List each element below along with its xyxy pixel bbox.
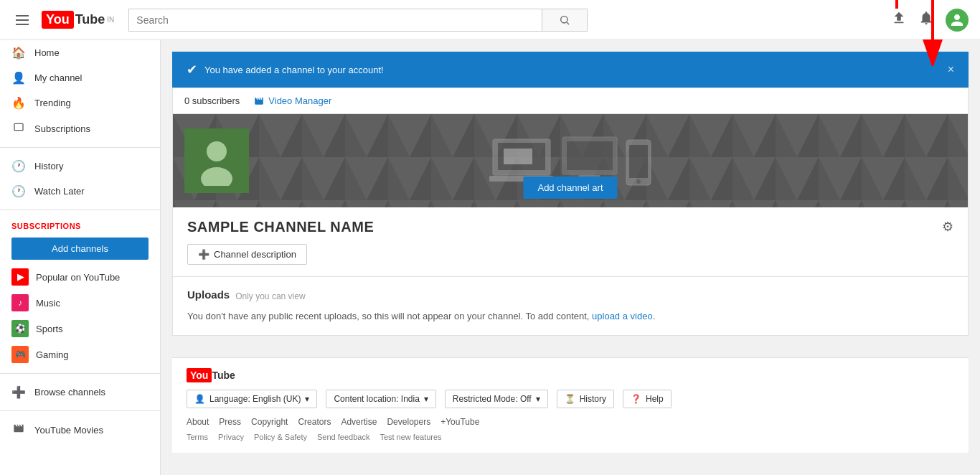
notification-left: ✔ You have added a channel to your accou…	[187, 62, 384, 77]
footer-logo-tube: Tube	[212, 370, 235, 381]
restricted-mode-label: Restricted Mode: Off	[453, 394, 532, 404]
add-channel-art-button[interactable]: Add channel art	[523, 177, 617, 199]
footer-link-press[interactable]: Press	[219, 417, 241, 427]
notifications-icon[interactable]	[918, 10, 934, 29]
channel-avatar	[184, 128, 249, 193]
sidebar-item-youtube-movies[interactable]: YouTube Movies	[0, 417, 160, 443]
footer-link-plus-youtube[interactable]: +YouTube	[440, 417, 479, 427]
footer-sub-links: Terms Privacy Policy & Safety Send feedb…	[187, 433, 954, 441]
sidebar-item-home[interactable]: 🏠 Home	[0, 40, 160, 65]
help-icon: ❓	[631, 394, 641, 404]
home-icon: 🏠	[11, 46, 26, 60]
youtube-movies-label: YouTube Movies	[34, 425, 103, 436]
notification-message: You have added a channel to your account…	[204, 65, 384, 75]
add-channels-button[interactable]: Add channels	[11, 238, 149, 260]
footer-link-developers[interactable]: Developers	[387, 417, 430, 427]
svg-rect-15	[504, 149, 532, 164]
footer-link-copyright[interactable]: Copyright	[251, 417, 288, 427]
uploads-section: Uploads Only you can view You don't have…	[173, 277, 968, 335]
channel-description-button[interactable]: ➕ Channel description	[187, 244, 307, 265]
gaming-icon: 🎮	[11, 346, 29, 363]
person-icon: 👤	[11, 71, 26, 85]
sub-item-gaming[interactable]: 🎮 Gaming	[0, 342, 160, 367]
logo-tube: Tube	[75, 12, 105, 27]
sidebar-item-browse-channels[interactable]: ➕ Browse channels	[0, 380, 160, 405]
sub-item-gaming-label: Gaming	[36, 349, 69, 360]
sidebar-item-watch-later[interactable]: 🕐 Watch Later	[0, 179, 160, 204]
avatar[interactable]	[946, 9, 969, 32]
svg-rect-22	[629, 145, 648, 178]
content-location-chevron-icon: ▾	[424, 394, 428, 404]
video-manager-link[interactable]: Video Manager	[254, 95, 331, 106]
search-bar	[128, 9, 588, 32]
footer-sub-link-terms[interactable]: Terms	[187, 433, 208, 441]
svg-point-11	[207, 141, 227, 161]
subscriptions-section-title: SUBSCRIPTIONS	[0, 216, 160, 233]
header-right	[891, 9, 969, 32]
sub-item-sports-label: Sports	[36, 324, 63, 334]
help-button[interactable]: ❓ Help	[623, 390, 672, 408]
footer-controls: 👤 Language: English (UK) ▾ Content locat…	[187, 390, 954, 408]
hamburger-menu[interactable]	[11, 11, 33, 29]
watch-later-icon: 🕐	[11, 184, 26, 198]
sub-item-popular[interactable]: ▶ Popular on YouTube	[0, 264, 160, 290]
sidebar-item-subscriptions[interactable]: Subscriptions	[0, 116, 160, 141]
upload-icon[interactable]	[891, 10, 907, 29]
footer-logo-yt: You	[187, 368, 212, 382]
sidebar-divider-3	[0, 373, 160, 374]
search-input[interactable]	[128, 9, 542, 32]
history-footer-icon: ⏳	[565, 394, 575, 404]
youtube-logo[interactable]: YouTubeIN	[42, 11, 114, 29]
avatar-icon	[195, 136, 238, 186]
uploads-description: You don't have any public recent uploads…	[187, 309, 953, 324]
footer-link-about[interactable]: About	[187, 417, 209, 427]
svg-point-0	[561, 16, 567, 22]
restricted-mode-chevron-icon: ▾	[536, 394, 540, 404]
uploads-header: Uploads Only you can view	[187, 288, 953, 304]
uploads-desc-text: You don't have any public recent uploads…	[187, 311, 589, 321]
svg-point-12	[201, 167, 232, 186]
uploads-period: .	[653, 311, 656, 321]
video-manager-label: Video Manager	[268, 95, 331, 106]
footer-sub-link-privacy[interactable]: Privacy	[218, 433, 244, 441]
footer-sub-link-test[interactable]: Test new features	[380, 433, 441, 441]
sidebar-item-history[interactable]: 🕐 History	[0, 154, 160, 179]
sub-item-popular-label: Popular on YouTube	[36, 272, 120, 283]
footer-sub-link-feedback[interactable]: Send feedback	[317, 433, 369, 441]
browse-icon: ➕	[11, 385, 26, 399]
sidebar-item-trending[interactable]: 🔥 Trending	[0, 90, 160, 116]
search-button[interactable]	[542, 9, 588, 32]
header: YouTubeIN	[0, 0, 980, 40]
sidebar-item-history-label: History	[34, 161, 63, 171]
footer-link-advertise[interactable]: Advertise	[341, 417, 377, 427]
sub-item-music-label: Music	[36, 298, 60, 309]
channel-description-label: Channel description	[214, 249, 296, 260]
content-location-button[interactable]: Content location: India ▾	[326, 390, 435, 408]
svg-line-1	[567, 22, 569, 24]
uploads-title: Uploads	[187, 288, 230, 301]
content-location-label: Content location: India	[334, 394, 419, 404]
history-button[interactable]: ⏳ History	[557, 390, 614, 408]
sidebar-item-subscriptions-label: Subscriptions	[34, 123, 90, 134]
sidebar-item-my-channel[interactable]: 👤 My channel	[0, 65, 160, 90]
language-label: Language: English (UK)	[209, 394, 301, 404]
sidebar-item-trending-label: Trending	[34, 98, 71, 108]
footer-sub-link-policy[interactable]: Policy & Safety	[254, 433, 307, 441]
sub-item-music[interactable]: ♪ Music	[0, 290, 160, 316]
channel-name: SAMPLE CHANNEL NAME	[187, 219, 374, 235]
channel-settings-icon[interactable]: ⚙	[942, 219, 953, 235]
popular-icon: ▶	[11, 268, 29, 286]
footer: YouTube 👤 Language: English (UK) ▾ Conte…	[172, 357, 969, 453]
sidebar-item-my-channel-label: My channel	[34, 72, 82, 83]
movies-icon	[11, 423, 26, 437]
language-button[interactable]: 👤 Language: English (UK) ▾	[187, 390, 317, 408]
footer-link-creators[interactable]: Creators	[298, 417, 331, 427]
close-notification-button[interactable]: ×	[948, 63, 954, 76]
channel-header-bar: 0 subscribers Video Manager	[173, 88, 968, 114]
main-content: ✔ You have added a channel to your accou…	[161, 40, 980, 464]
sub-item-sports[interactable]: ⚽ Sports	[0, 316, 160, 342]
upload-video-link[interactable]: upload a video	[592, 311, 653, 321]
sidebar: 🏠 Home 👤 My channel 🔥 Trending Subscript…	[0, 40, 161, 464]
person-language-icon: 👤	[194, 394, 205, 404]
restricted-mode-button[interactable]: Restricted Mode: Off ▾	[445, 390, 548, 408]
